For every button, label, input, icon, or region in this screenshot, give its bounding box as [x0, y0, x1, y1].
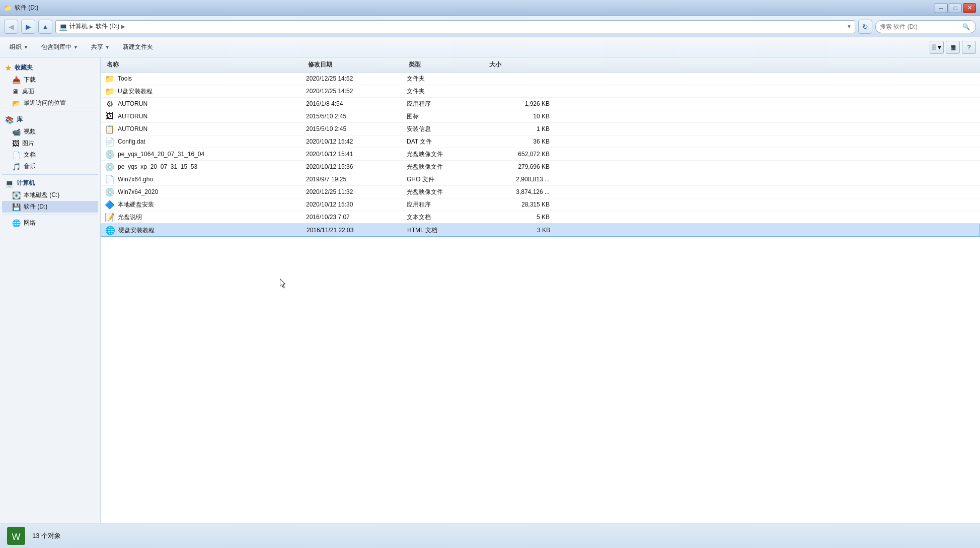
sidebar-item-local-disk-c[interactable]: 💽 本地磁盘 (C:) [2, 189, 98, 201]
sidebar-favorites-header[interactable]: ★ 收藏夹 [2, 61, 98, 74]
file-name: Tools [118, 75, 132, 82]
maximize-button[interactable]: □ [949, 3, 962, 13]
file-name: Config.dat [118, 138, 145, 145]
column-header: 名称 修改日期 类型 大小 [101, 57, 980, 73]
statusbar: W 13 个对象 [0, 523, 980, 548]
new-folder-button[interactable]: 新建文件夹 [117, 40, 159, 55]
documents-icon: 📄 [12, 151, 21, 159]
file-size: 1,926 KB [487, 100, 558, 107]
status-icon: W [6, 526, 26, 546]
sidebar-divider-1 [2, 111, 98, 111]
file-type-icon: 💿 [105, 149, 115, 159]
sidebar-computer-header[interactable]: 💻 计算机 [2, 177, 98, 189]
table-row[interactable]: 📁 Tools 2020/12/25 14:52 文件夹 [101, 73, 980, 85]
col-modified[interactable]: 修改日期 [306, 59, 407, 70]
sidebar-item-software-d[interactable]: 💾 软件 (D:) [2, 201, 98, 213]
help-button[interactable]: ? [962, 41, 976, 54]
back-button[interactable]: ◀ [4, 20, 18, 34]
col-size[interactable]: 大小 [487, 59, 558, 70]
sidebar-divider-2 [2, 174, 98, 175]
downloads-icon: 📥 [12, 76, 21, 84]
search-input[interactable] [880, 23, 960, 30]
file-type-icon: ⚙ [105, 99, 115, 109]
include-arrow-icon: ▼ [73, 45, 78, 50]
file-name: Win7x64.gho [118, 176, 153, 183]
videos-icon: 📹 [12, 128, 21, 136]
breadcrumb-computer[interactable]: 计算机 [69, 22, 88, 31]
file-modified: 2015/5/10 2:45 [306, 113, 407, 120]
preview-pane-button[interactable]: ▦ [946, 41, 960, 54]
close-button[interactable]: ✕ [963, 3, 976, 13]
address-dropdown-arrow[interactable]: ▼ [847, 24, 852, 29]
share-button[interactable]: 共享 ▼ [86, 40, 115, 55]
titlebar-controls: ─ □ ✕ [935, 3, 976, 13]
refresh-button[interactable]: ↻ [858, 20, 872, 34]
file-size: 10 KB [487, 113, 558, 120]
file-type: 光盘映像文件 [407, 150, 487, 159]
file-type-icon: 📋 [105, 124, 115, 134]
file-size: 2,900,813 ... [487, 176, 558, 183]
table-row[interactable]: 📄 Config.dat 2020/10/12 15:42 DAT 文件 36 … [101, 135, 980, 148]
toolbar: 组织 ▼ 包含到库中 ▼ 共享 ▼ 新建文件夹 ☰▼ ▦ ? [0, 37, 980, 57]
sidebar-divider-3 [2, 215, 98, 215]
sidebar-item-music[interactable]: 🎵 音乐 [2, 161, 98, 172]
file-type: 应用程序 [407, 100, 487, 108]
table-row[interactable]: 📄 Win7x64.gho 2019/9/7 19:25 GHO 文件 2,90… [101, 173, 980, 186]
table-row[interactable]: 🔷 本地硬盘安装 2020/10/12 15:30 应用程序 28,315 KB [101, 198, 980, 211]
breadcrumb-software-d[interactable]: 软件 (D:) [96, 22, 119, 31]
view-options-button[interactable]: ☰▼ [930, 41, 944, 54]
documents-label: 文档 [24, 151, 36, 159]
include-library-button[interactable]: 包含到库中 ▼ [36, 40, 84, 55]
titlebar-title: 软件 (D:) [15, 4, 38, 12]
sidebar-item-downloads[interactable]: 📥 下载 [2, 74, 98, 86]
col-name[interactable]: 名称 [105, 59, 306, 70]
sidebar-item-documents[interactable]: 📄 文档 [2, 149, 98, 161]
file-name-cell: 📄 Win7x64.gho [105, 174, 306, 184]
table-row[interactable]: 💿 pe_yqs_1064_20_07_31_16_04 2020/10/12 … [101, 148, 980, 161]
sidebar-library-header[interactable]: 📚 库 [2, 113, 98, 126]
file-modified: 2020/12/25 11:32 [306, 188, 407, 195]
file-name: 本地硬盘安装 [118, 200, 154, 209]
address-bar[interactable]: 💻 计算机 ▶ 软件 (D:) ▶ ▼ [55, 20, 855, 33]
table-row[interactable]: 📝 光盘说明 2016/10/23 7:07 文本文档 5 KB [101, 211, 980, 224]
organize-arrow-icon: ▼ [24, 45, 28, 50]
table-row[interactable]: 💿 pe_yqs_xp_20_07_31_15_53 2020/10/12 15… [101, 161, 980, 173]
file-name: Win7x64_2020 [118, 188, 158, 195]
file-modified: 2020/10/12 15:41 [306, 151, 407, 158]
file-name: 光盘说明 [118, 213, 142, 222]
titlebar-left: 📁 软件 (D:) [4, 4, 38, 12]
table-row[interactable]: 💿 Win7x64_2020 2020/12/25 11:32 光盘映像文件 3… [101, 186, 980, 198]
svg-text:W: W [12, 532, 21, 542]
minimize-button[interactable]: ─ [935, 3, 948, 13]
file-name-cell: 📄 Config.dat [105, 136, 306, 147]
sidebar-item-pictures[interactable]: 🖼 图片 [2, 138, 98, 149]
file-type: HTML 文档 [407, 226, 488, 235]
table-row[interactable]: 🌐 硬盘安装教程 2016/11/21 22:03 HTML 文档 3 KB [101, 224, 980, 237]
desktop-label: 桌面 [22, 87, 34, 96]
up-button[interactable]: ▲ [38, 20, 52, 34]
file-type-icon: 📄 [105, 136, 115, 147]
table-row[interactable]: ⚙ AUTORUN 2016/1/8 4:54 应用程序 1,926 KB [101, 98, 980, 110]
sidebar-item-videos[interactable]: 📹 视频 [2, 126, 98, 138]
sidebar-item-recent[interactable]: 📂 最近访问的位置 [2, 97, 98, 109]
disk-d-icon: 💾 [12, 203, 21, 211]
search-icon[interactable]: 🔍 [962, 23, 970, 30]
file-type: 光盘映像文件 [407, 188, 487, 196]
table-row[interactable]: 🖼 AUTORUN 2015/5/10 2:45 图标 10 KB [101, 110, 980, 123]
titlebar-folder-icon: 📁 [4, 5, 12, 12]
organize-button[interactable]: 组织 ▼ [4, 40, 34, 55]
sidebar-library-section: 📚 库 📹 视频 🖼 图片 📄 文档 🎵 音乐 [2, 113, 98, 172]
toolbar-right: ☰▼ ▦ ? [930, 41, 976, 54]
table-row[interactable]: 📋 AUTORUN 2015/5/10 2:45 安装信息 1 KB [101, 123, 980, 135]
music-label: 音乐 [24, 162, 36, 171]
recent-label: 最近访问的位置 [24, 99, 66, 107]
sidebar-network-section: 🌐 网络 [2, 217, 98, 229]
table-row[interactable]: 📁 U盘安装教程 2020/12/25 14:52 文件夹 [101, 85, 980, 98]
forward-button[interactable]: ▶ [21, 20, 35, 34]
sidebar-item-network[interactable]: 🌐 网络 [2, 217, 98, 229]
col-type[interactable]: 类型 [407, 59, 487, 70]
search-bar[interactable]: 🔍 [875, 20, 976, 33]
sidebar-item-desktop[interactable]: 🖥 桌面 [2, 86, 98, 97]
main-area: ★ 收藏夹 📥 下载 🖥 桌面 📂 最近访问的位置 📚 库 [0, 57, 980, 523]
computer-label: 计算机 [17, 179, 35, 187]
